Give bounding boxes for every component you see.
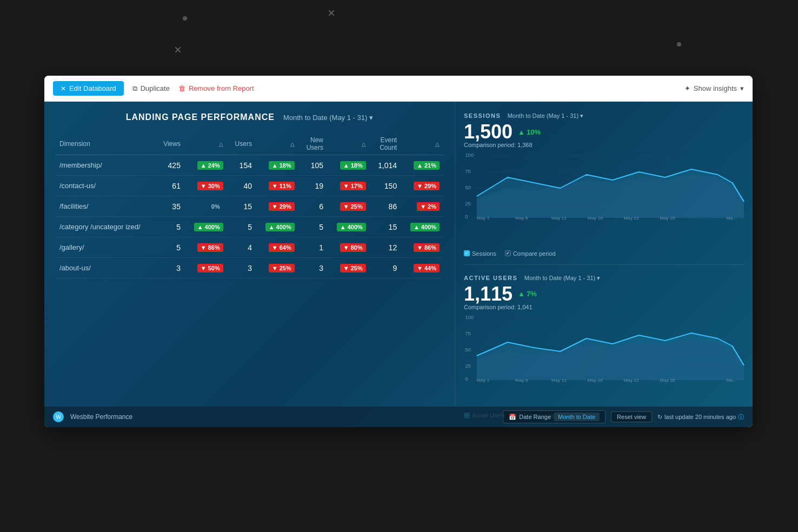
remove-button[interactable]: 🗑 Remove from Report bbox=[178, 84, 254, 92]
insights-icon: ✦ bbox=[684, 84, 690, 92]
svg-text:May 26: May 26 bbox=[660, 377, 676, 383]
sessions-legend: ✓ Sessions ✓ Compare period bbox=[464, 250, 744, 257]
svg-text:May 21: May 21 bbox=[624, 215, 640, 221]
cell-new-users-delta: ▼ 17% bbox=[328, 176, 370, 196]
sessions-percent-value: 10% bbox=[527, 128, 541, 136]
close-x-2: × bbox=[328, 5, 335, 21]
cell-views: 5 bbox=[156, 237, 185, 258]
table-row: /contact-us/ 61 ▼ 30% 40 ▼ 11% 19 ▼ 17% … bbox=[55, 176, 444, 196]
date-range-value: Month to Date bbox=[554, 413, 600, 421]
svg-text:May 1: May 1 bbox=[477, 377, 490, 383]
delta-badge: ▲ 24% bbox=[197, 161, 223, 170]
cell-new-users: 6 bbox=[299, 196, 328, 217]
cell-views-delta: ▼ 50% bbox=[185, 258, 228, 278]
col-new-users: NewUsers bbox=[299, 133, 328, 155]
svg-text:May 6: May 6 bbox=[515, 215, 528, 221]
show-insights-button[interactable]: ✦ Show insights ▾ bbox=[684, 84, 744, 92]
sessions-header: SESSIONS Month to Date (May 1 - 31) ▾ bbox=[464, 110, 744, 120]
cell-users: 154 bbox=[228, 155, 256, 176]
delta-badge: ▼ 11% bbox=[269, 182, 295, 190]
svg-text:50: 50 bbox=[465, 185, 471, 190]
duplicate-label: Duplicate bbox=[141, 84, 170, 92]
svg-text:May 6: May 6 bbox=[515, 377, 528, 383]
edit-databoard-button[interactable]: ✕ Edit Databoard bbox=[53, 81, 124, 96]
cell-users: 40 bbox=[228, 176, 256, 196]
delta-badge: ▼ 64% bbox=[269, 243, 295, 252]
legend-compare-period[interactable]: ✓ Compare period bbox=[505, 250, 556, 257]
cell-events: 12 bbox=[370, 237, 401, 258]
sessions-metric-label: SESSIONS bbox=[464, 112, 501, 119]
active-users-date-selector[interactable]: Month to Date (May 1 - 31) ▾ bbox=[524, 275, 601, 281]
cell-views: 425 bbox=[156, 155, 185, 176]
cell-events-delta: ▼ 86% bbox=[401, 237, 444, 258]
svg-text:May 11: May 11 bbox=[551, 215, 567, 221]
svg-text:Ma...: Ma... bbox=[727, 215, 737, 221]
legend-sessions[interactable]: ✓ Sessions bbox=[464, 250, 496, 257]
svg-text:0: 0 bbox=[465, 376, 468, 382]
svg-text:75: 75 bbox=[465, 169, 471, 174]
svg-text:100: 100 bbox=[465, 152, 474, 158]
cell-dimension: /about-us/ bbox=[55, 258, 156, 278]
comparison-label: Comparison period: bbox=[464, 142, 516, 148]
duplicate-button[interactable]: ⧉ Duplicate bbox=[132, 84, 170, 93]
cell-users-delta: ▼ 11% bbox=[256, 176, 299, 196]
au-comparison-label: Comparison period: bbox=[464, 304, 516, 310]
delta-badge: ▼ 17% bbox=[340, 182, 366, 190]
cell-events-delta: ▼ 29% bbox=[401, 176, 444, 196]
cell-users: 5 bbox=[228, 217, 256, 237]
sessions-chart-area: 100 75 50 25 0 bbox=[464, 150, 744, 248]
footer-controls: 📅 Date Range Month to Date Reset view ↻ … bbox=[503, 410, 744, 423]
date-range-label: Date Range bbox=[519, 414, 551, 420]
cell-users: 3 bbox=[228, 258, 256, 278]
chevron-down-icon: ▾ bbox=[740, 84, 744, 92]
compare-legend-label: Compare period bbox=[513, 250, 556, 257]
cell-new-users: 105 bbox=[299, 155, 328, 176]
cell-views-delta: ▲ 24% bbox=[185, 155, 228, 176]
cell-users-delta: ▲ 18% bbox=[256, 155, 299, 176]
sessions-date-selector[interactable]: Month to Date (May 1 - 31) ▾ bbox=[508, 112, 584, 119]
data-table: Dimension Views △ Users △ NewUsers △ Eve… bbox=[55, 133, 444, 278]
svg-text:May 16: May 16 bbox=[588, 215, 603, 221]
sessions-chart-section: SESSIONS Month to Date (May 1 - 31) ▾ 1,… bbox=[464, 110, 744, 257]
sessions-checkbox: ✓ bbox=[464, 250, 470, 256]
sessions-svg: 100 75 50 25 0 bbox=[464, 150, 744, 221]
remove-label: Remove from Report bbox=[189, 84, 254, 92]
delta-badge: ▼ 25% bbox=[269, 264, 295, 272]
cell-events-delta: ▼ 2% bbox=[401, 196, 444, 217]
duplicate-icon: ⧉ bbox=[132, 84, 137, 93]
table-date-selector[interactable]: Month to Date (May 1 - 31) ▾ bbox=[283, 114, 373, 122]
cell-dimension: /gallery/ bbox=[55, 237, 156, 258]
date-range-button[interactable]: 📅 Date Range Month to Date bbox=[503, 410, 606, 423]
reset-label: Reset view bbox=[617, 414, 646, 420]
delta-badge: ▲ 18% bbox=[340, 161, 366, 170]
delta-badge: ▼ 86% bbox=[197, 243, 223, 252]
edit-label: Edit Databoard bbox=[69, 84, 116, 92]
update-label: last update 20 minutes ago bbox=[664, 414, 736, 420]
col-users-delta: △ bbox=[256, 133, 299, 155]
cell-new-users-delta: ▲ 18% bbox=[328, 155, 370, 176]
footer-logo: W bbox=[53, 411, 64, 422]
svg-text:May 16: May 16 bbox=[588, 377, 603, 383]
cell-users: 4 bbox=[228, 237, 256, 258]
delta-badge: ▼ 25% bbox=[340, 264, 366, 272]
cell-dimension: /facilities/ bbox=[55, 196, 156, 217]
cell-new-users: 19 bbox=[299, 176, 328, 196]
delta-badge: ▼ 30% bbox=[197, 182, 223, 190]
svg-text:25: 25 bbox=[465, 363, 471, 369]
active-users-percent-value: 7% bbox=[527, 290, 537, 298]
svg-text:May 1: May 1 bbox=[477, 215, 490, 221]
left-panel: LANDING PAGE PERFORMANCE Month to Date (… bbox=[44, 102, 455, 427]
delta-badge: ▼ 29% bbox=[414, 182, 440, 190]
table-row: /about-us/ 3 ▼ 50% 3 ▼ 25% 3 ▼ 25% 9 ▼ 4… bbox=[55, 258, 444, 278]
sessions-value-row: 1,500 ▲ 10% bbox=[464, 122, 744, 142]
cell-events-delta: ▲ 21% bbox=[401, 155, 444, 176]
delta-badge: ▼ 29% bbox=[269, 202, 295, 211]
reset-view-button[interactable]: Reset view bbox=[611, 411, 652, 422]
svg-text:50: 50 bbox=[465, 347, 471, 353]
bg-dot-1 bbox=[183, 16, 187, 21]
edit-icon: ✕ bbox=[61, 85, 66, 92]
refresh-icon: ↻ bbox=[657, 414, 662, 421]
table-row: /membership/ 425 ▲ 24% 154 ▲ 18% 105 ▲ 1… bbox=[55, 155, 444, 176]
sessions-comparison: Comparison period: 1,368 bbox=[464, 142, 744, 148]
cell-views-delta: ▼ 30% bbox=[185, 176, 228, 196]
